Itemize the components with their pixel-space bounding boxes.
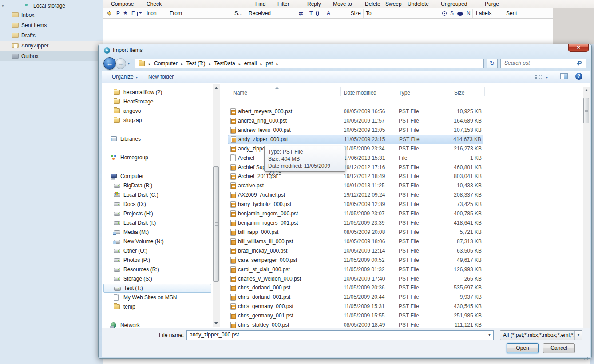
menu-item-move-to[interactable]: Move to <box>333 1 352 7</box>
help-icon[interactable]: ? <box>575 73 582 80</box>
search-box[interactable] <box>500 59 586 68</box>
file-row-andy-zipper-000-pst[interactable]: andy_zipper_000.pst11/05/2009 23:15PST F… <box>228 135 483 144</box>
tree-item-heatstorage[interactable]: HeatStorage <box>103 97 211 106</box>
file-row-charles-v-weldon-000-pst[interactable]: charles_v_weldon_000.pst10/05/2009 17:40… <box>228 274 483 284</box>
swap-arrows-icon[interactable]: ⇄ <box>299 10 303 16</box>
column-new[interactable]: N <box>467 10 471 16</box>
file-row-chris-germany-000-pst[interactable]: chris_germany_000.pst11/05/2009 15:31PST… <box>228 302 483 311</box>
sidebar-item-sent-items[interactable]: Sent Items <box>0 20 103 31</box>
file-row-chris-dorland-000-pst[interactable]: chris_dorland_000.pst11/05/2009 20:36PST… <box>228 283 483 293</box>
sidebar-item-outbox[interactable]: Outbox <box>0 51 103 61</box>
tree-item-computer[interactable]: Computer <box>103 172 211 181</box>
column-labels[interactable]: Labels <box>476 10 491 16</box>
file-row-barry-tycholiz-000-pst[interactable]: barry_tycholiz_000.pst10/05/2009 12:39PS… <box>228 200 483 209</box>
column-s[interactable]: S... <box>234 10 242 16</box>
tree-item-local-disk-i[interactable]: Local Disk (I:) <box>103 218 211 227</box>
file-row-albert-meyers-000-pst[interactable]: albert_meyers_000.pst08/05/2009 16:56PST… <box>228 107 483 116</box>
tree-item-network[interactable]: Network <box>103 321 211 328</box>
views-caret-icon[interactable]: ▾ <box>546 75 548 79</box>
sidebar-item-local-storage[interactable]: ▾ Local storage <box>0 1 103 11</box>
tree-item-slugzap[interactable]: slugzap <box>103 116 211 125</box>
address-bar[interactable]: ▸Computer▸Test (T:)▸TestData▸email▸pst▸ <box>135 59 484 68</box>
organize-caret-icon[interactable]: ▾ <box>136 75 138 79</box>
file-row-ax2009-archief-pst[interactable]: AX2009_Archief.pst19/12/2012 09:24PST Fi… <box>228 190 483 200</box>
envelope-icon[interactable] <box>137 12 143 16</box>
organize-button[interactable]: Organize <box>112 74 134 80</box>
file-row-chris-stokley-000-pst[interactable]: chris_stokley_000.pst08/05/2009 18:49PST… <box>228 320 483 328</box>
open-button[interactable]: Open <box>507 343 539 353</box>
new-folder-button[interactable]: New folder <box>148 74 174 80</box>
column-header-type[interactable]: Type <box>399 90 410 96</box>
tree-item-my-web-sites-on-msn[interactable]: My Web Sites on MSN <box>103 293 211 302</box>
priority-icon[interactable] <box>107 11 112 16</box>
column-size[interactable]: Size <box>343 10 361 16</box>
file-row-andrew-lewis-000-pst[interactable]: andrew_lewis_000.pst10/05/2009 12:05PST … <box>228 126 483 135</box>
column-received[interactable]: Received <box>249 10 271 16</box>
tree-item-docs-d[interactable]: Docs (D:) <box>103 200 211 209</box>
scroll-up-icon[interactable] <box>583 87 590 94</box>
search-input[interactable] <box>504 60 575 66</box>
file-row-andrea-ring-000-pst[interactable]: andrea_ring_000.pst10/05/2009 11:57PST F… <box>228 116 483 126</box>
file-type-dropdown[interactable]: All (*.pst;*.mbx;*.mbox;*.eml;*.e ▼ <box>500 330 582 340</box>
tree-item-temp[interactable]: temp <box>103 302 211 311</box>
tree-item-arigovo[interactable]: arigovo <box>103 107 211 115</box>
refresh-button[interactable]: ↻ <box>487 59 498 68</box>
tree-scrollbar[interactable] <box>213 84 220 327</box>
menu-item-reply[interactable]: Reply <box>307 1 321 7</box>
column-status[interactable]: S <box>450 10 454 16</box>
column-separator[interactable] <box>395 87 395 96</box>
person-circle-icon[interactable] <box>442 11 447 16</box>
breadcrumb-computer[interactable]: Computer <box>151 59 180 68</box>
file-row-bill-rapp-000-pst[interactable]: bill_rapp_000.pst08/05/2009 20:08PST Fil… <box>228 228 483 237</box>
column-icon[interactable]: Icon <box>147 10 157 16</box>
tree-item-resources-r[interactable]: Resources (R:) <box>103 265 211 274</box>
file-row-benjamin-rogers-001-pst[interactable]: benjamin_rogers_001.pst11/05/2009 23:39P… <box>228 218 483 228</box>
file-row-chris-germany-001-pst[interactable]: chris_germany_001.pst11/05/2009 15:55PST… <box>228 311 483 320</box>
file-row-benjamin-rogers-000-pst[interactable]: benjamin_rogers_000.pst11/05/2009 23:07P… <box>228 209 483 218</box>
column-flag[interactable]: F <box>131 10 135 16</box>
tree-item-test-t[interactable]: Test (T:) <box>103 284 211 293</box>
tree-item-projects-h[interactable]: Projects (H:) <box>103 209 211 218</box>
column-sent[interactable]: Sent <box>506 10 517 16</box>
sidebar-item-inbox[interactable]: Inbox <box>0 10 103 20</box>
tree-item-homegroup[interactable]: Homegroup <box>103 153 211 162</box>
forward-button[interactable]: → <box>115 58 126 69</box>
tree-item-storage-s[interactable]: Storage (S:) <box>103 274 211 283</box>
scrollbar-thumb[interactable] <box>583 98 589 123</box>
file-list-scrollbar[interactable] <box>583 87 590 328</box>
breadcrumb-test-t[interactable]: Test (T:) <box>184 59 208 68</box>
file-row-archive-pst[interactable]: archive.pst10/01/2013 11:25PST File10,43… <box>228 181 483 190</box>
file-row-bill-williams-iii-000-pst[interactable]: bill_williams_iii_000.pst10/05/2009 18:0… <box>228 237 483 246</box>
tree-item-other-o[interactable]: Other (O:) <box>103 246 211 255</box>
tree-item-new-volume-n[interactable]: New Volume (N:) <box>103 237 211 246</box>
views-icon[interactable] <box>535 75 537 76</box>
column-header-name[interactable]: Name <box>233 90 247 96</box>
column-attachment[interactable]: A <box>327 10 330 16</box>
file-row-carol-st-clair-000-pst[interactable]: carol_st_clair_000.pst11/05/2009 01:32PS… <box>228 265 483 274</box>
menu-item-sweep[interactable]: Sweep <box>385 1 402 7</box>
menu-item-ungrouped[interactable]: Ungrouped <box>441 1 467 7</box>
back-button[interactable]: ← <box>103 57 116 70</box>
scrollbar-thumb[interactable] <box>213 166 219 282</box>
menu-item-compose[interactable]: Compose <box>111 1 134 7</box>
scroll-down-icon[interactable] <box>213 320 220 327</box>
menu-item-undelete[interactable]: Undelete <box>408 1 429 7</box>
sidebar-item-andyzipper[interactable]: AndyZipper <box>0 41 103 51</box>
tree-item-media-m[interactable]: Media (M:) <box>103 228 211 237</box>
column-from[interactable]: From <box>170 10 182 16</box>
file-row-archief-2011-pst[interactable]: Archief_2011.pst19/12/2012 18:49PST File… <box>228 172 483 181</box>
menu-item-check[interactable]: Check <box>147 1 162 7</box>
unread-oval-icon[interactable] <box>457 12 463 16</box>
column-separator[interactable] <box>484 87 485 96</box>
tree-item-local-disk-c[interactable]: Local Disk (C:) <box>103 190 211 199</box>
collapse-caret-icon[interactable]: ▾ <box>2 1 4 11</box>
chevron-down-icon[interactable]: ▼ <box>574 331 582 340</box>
column-separator[interactable] <box>448 87 448 96</box>
menu-item-find[interactable]: Find <box>255 1 265 7</box>
tree-item-bigdata-b[interactable]: BigData (B:) <box>103 181 211 190</box>
file-name-combo[interactable]: ▼ <box>186 330 494 340</box>
column-header-size[interactable]: Size <box>454 90 464 96</box>
column-separator[interactable] <box>340 87 341 96</box>
tree-item-photos-p[interactable]: Photos (P:) <box>103 256 211 265</box>
menu-item-delete[interactable]: Delete <box>365 1 380 7</box>
